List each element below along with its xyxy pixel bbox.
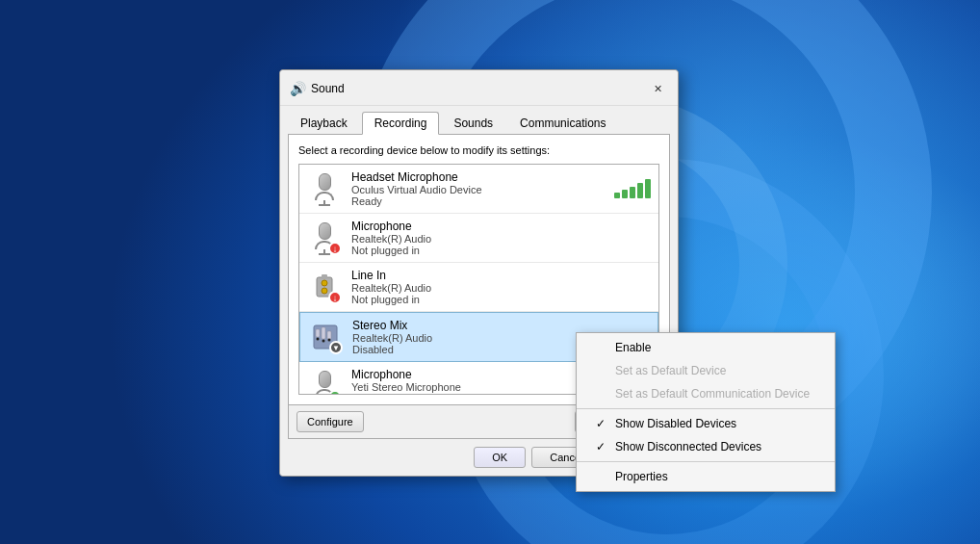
device-icon-mic-realtek: ↓	[307, 220, 342, 255]
ctx-show-disconnected[interactable]: ✓ Show Disconnected Devices	[577, 435, 835, 458]
ok-button[interactable]: OK	[474, 447, 526, 468]
device-icon-headset	[307, 171, 342, 206]
ctx-set-default-device: Set as Default Device	[577, 359, 835, 382]
tab-sounds[interactable]: Sounds	[441, 112, 505, 134]
ctx-separator-2	[577, 461, 835, 462]
device-name: Microphone	[351, 220, 651, 233]
device-icon-mic-yeti	[307, 369, 342, 395]
ctx-set-default-comm: Set as Default Communication Device	[577, 382, 835, 405]
dialog-title: Sound	[311, 82, 345, 95]
signal-bars	[614, 179, 651, 198]
tab-recording[interactable]: Recording	[362, 112, 440, 135]
tab-bar: Playback Recording Sounds Communications	[280, 106, 678, 134]
tab-playback[interactable]: Playback	[288, 112, 360, 134]
svg-rect-6	[322, 327, 325, 339]
device-sub: Oculus Virtual Audio Device	[351, 184, 605, 195]
status-unplugged: ↓	[328, 242, 342, 255]
device-status: Ready	[351, 195, 605, 207]
configure-button[interactable]: Configure	[297, 411, 364, 432]
ctx-properties[interactable]: Properties	[577, 465, 835, 488]
device-name: Headset Microphone	[351, 170, 605, 184]
device-item-linein[interactable]: ↓ Line In Realtek(R) Audio Not plugged i…	[299, 263, 658, 312]
status-unplugged-linein: ↓	[328, 291, 342, 304]
device-name: Line In	[351, 269, 651, 282]
svg-point-1	[322, 280, 327, 286]
tab-communications[interactable]: Communications	[507, 112, 618, 134]
device-item-headset-mic[interactable]: Headset Microphone Oculus Virtual Audio …	[299, 165, 658, 214]
device-sub: Realtek(R) Audio	[351, 282, 651, 294]
ctx-separator-1	[577, 408, 835, 409]
device-status: Not plugged in	[351, 245, 651, 256]
svg-point-2	[322, 288, 327, 294]
svg-point-10	[328, 339, 331, 342]
context-menu: Enable Set as Default Device Set as Defa…	[576, 332, 836, 492]
svg-rect-3	[322, 274, 327, 279]
svg-point-8	[317, 338, 320, 341]
sound-icon: 🔊	[290, 81, 305, 96]
status-disabled: ▼	[329, 341, 343, 354]
device-status: Not plugged in	[351, 294, 651, 305]
description-text: Select a recording device below to modif…	[298, 144, 659, 156]
title-bar: 🔊 Sound ✕	[280, 70, 678, 106]
svg-rect-5	[316, 329, 320, 337]
svg-rect-7	[327, 331, 331, 339]
close-button[interactable]: ✕	[647, 78, 668, 99]
svg-point-9	[322, 340, 325, 343]
device-icon-linein: ↓	[307, 270, 342, 304]
device-item-mic-realtek[interactable]: ↓ Microphone Realtek(R) Audio Not plugge…	[299, 214, 658, 263]
ctx-enable[interactable]: Enable	[577, 336, 835, 359]
device-name: Stereo Mix	[352, 319, 650, 332]
device-sub: Realtek(R) Audio	[351, 233, 651, 245]
ctx-show-disabled[interactable]: ✓ Show Disabled Devices	[577, 412, 835, 435]
device-icon-stereo-mix: ▼	[308, 320, 343, 354]
